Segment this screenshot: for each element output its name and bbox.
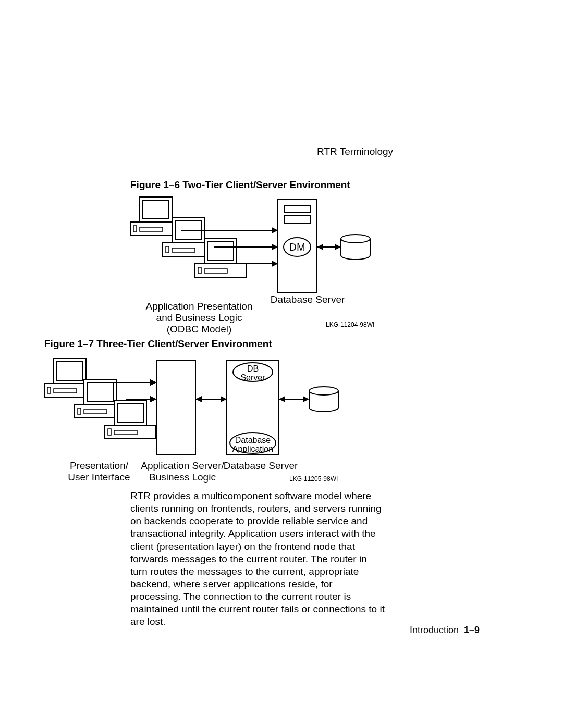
page-footer: Introduction 1–9	[410, 625, 480, 636]
figure-1-7-caption: Figure 1–7 Three-Tier Client/Server Envi…	[44, 338, 272, 350]
database-server-label: Database Server	[266, 294, 349, 305]
body-paragraph: RTR provides a multicomponent software m…	[130, 490, 385, 628]
figure-1-6-lkg: LKG-11204-98WI	[326, 321, 374, 328]
svg-text:DM: DM	[289, 241, 305, 253]
presentation-label: Presentation/ User Interface	[60, 460, 138, 483]
client-label: Application Presentation and Business Lo…	[142, 301, 256, 335]
figure-1-7-diagram: DB Server Database Application Presentat…	[44, 354, 344, 485]
figure-1-6-caption: Figure 1–6 Two-Tier Client/Server Enviro…	[130, 179, 350, 191]
svg-rect-8	[284, 216, 310, 223]
page: RTR Terminology Figure 1–6 Two-Tier Clie…	[0, 0, 563, 728]
app-server-label: Application Server/ Business Logic	[138, 460, 227, 483]
figure-1-6-diagram: DM Database Server Application Presentat…	[130, 193, 381, 331]
figure-1-7-lkg: LKG-11205-98WI	[289, 475, 338, 483]
svg-rect-7	[284, 205, 310, 213]
db-server-box-label: DB Server	[235, 365, 271, 382]
section-header: RTR Terminology	[317, 146, 393, 157]
db-app-box-label: Database Application	[229, 436, 276, 454]
database-server-label-2: Database Server	[222, 460, 300, 472]
